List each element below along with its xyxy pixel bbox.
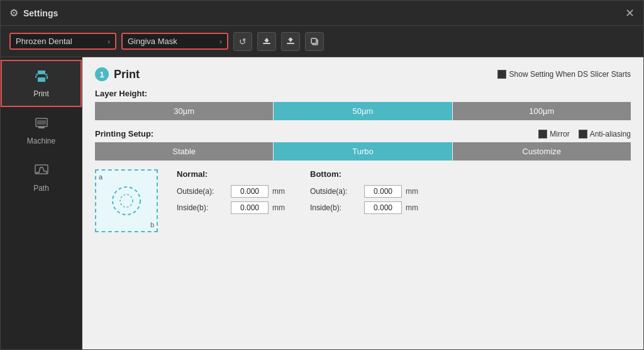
options-row: Mirror Anti-aliasing [538, 130, 631, 138]
printing-setup-label: Printing Setup: [95, 129, 153, 138]
import-button[interactable] [257, 32, 276, 51]
normal-inside-unit: mm [272, 203, 285, 212]
bottom-label: Bottom: [310, 169, 418, 179]
mirror-option[interactable]: Mirror [538, 130, 569, 138]
title-bar: ⚙ Settings ✕ [1, 1, 643, 26]
section-header: 1 Print Show Setting When DS Slicer Star… [95, 67, 631, 81]
bottom-outside-row: Outside(a): mm [310, 185, 418, 198]
printer-dropdown-value: Phrozen Dental [16, 37, 72, 46]
normal-outside-row: Outside(a): mm [177, 185, 285, 198]
diagram-label-b: b [150, 221, 154, 229]
bottom-inside-input[interactable] [364, 201, 402, 214]
profile-dropdown-value: Gingiva Mask [128, 37, 177, 46]
bottom-inside-label: Inside(b): [310, 203, 360, 212]
svg-point-10 [113, 187, 140, 215]
window-title: Settings [23, 8, 58, 18]
svg-rect-8 [37, 120, 46, 125]
mirror-checkbox[interactable] [538, 130, 547, 138]
bottom-inside-unit: mm [406, 203, 418, 212]
bottom-outside-input[interactable] [364, 185, 402, 198]
printer-dropdown[interactable]: Phrozen Dental › [9, 33, 116, 50]
svg-point-11 [120, 195, 133, 207]
normal-inside-label: Inside(b): [177, 203, 227, 212]
svg-marker-3 [288, 38, 293, 42]
turbo-button[interactable]: Turbo [274, 142, 452, 161]
sidebar-item-print[interactable]: Print [1, 60, 82, 107]
bottom-inside-row: Inside(b): mm [310, 201, 418, 214]
layer-height-group: 30µm 50µm 100µm [95, 102, 631, 120]
layer-height-label: Layer Height: [95, 89, 631, 98]
reset-button[interactable]: ↺ [233, 32, 252, 51]
section-number: 1 [95, 67, 109, 81]
layer-30-button[interactable]: 30µm [95, 102, 273, 120]
sidebar-path-label: Path [33, 184, 49, 193]
normal-label: Normal: [177, 169, 285, 179]
bottom-params: Bottom: Outside(a): mm Inside(b): mm [310, 169, 418, 232]
svg-marker-1 [264, 38, 269, 42]
path-icon [34, 163, 49, 181]
normal-inside-row: Inside(b): mm [177, 201, 285, 214]
profile-dropdown[interactable]: Gingiva Mask › [121, 33, 228, 50]
sidebar: Print Machine Path [1, 57, 82, 349]
show-setting-label: Show Setting When DS Slicer Starts [509, 70, 631, 79]
anti-aliasing-option[interactable]: Anti-aliasing [579, 130, 631, 138]
sidebar-item-machine[interactable]: Machine [1, 107, 82, 154]
normal-outside-input[interactable] [231, 185, 269, 198]
sidebar-item-path[interactable]: Path [1, 154, 82, 201]
toolbar: Phrozen Dental › Gingiva Mask › ↺ [1, 26, 643, 57]
customize-button[interactable]: Customize [453, 142, 631, 161]
section-title: Print [114, 68, 140, 81]
sidebar-print-label: Print [33, 89, 49, 98]
show-setting-row: Show Setting When DS Slicer Starts [497, 70, 631, 79]
section-title-group: 1 Print [95, 67, 140, 81]
layer-50-button[interactable]: 50µm [274, 102, 452, 120]
printing-setup-header: Printing Setup: Mirror Anti-aliasing [95, 129, 631, 138]
mirror-label: Mirror [550, 130, 569, 138]
export-button[interactable] [281, 32, 300, 51]
exposure-area: a b Normal: Outside(a): [95, 169, 631, 232]
printer-dropdown-arrow: › [108, 38, 110, 45]
machine-icon [34, 116, 49, 134]
stable-button[interactable]: Stable [95, 142, 273, 161]
normal-inside-input[interactable] [231, 201, 269, 214]
bottom-outside-label: Outside(a): [310, 187, 360, 196]
anti-aliasing-label: Anti-aliasing [590, 130, 631, 138]
normal-outside-unit: mm [272, 187, 285, 196]
settings-window: ⚙ Settings ✕ Phrozen Dental › Gingiva Ma… [0, 0, 644, 350]
profile-dropdown-arrow: › [219, 38, 222, 45]
svg-rect-2 [287, 43, 294, 44]
title-bar-left: ⚙ Settings [9, 7, 58, 19]
copy-button[interactable] [305, 32, 324, 51]
sidebar-machine-label: Machine [27, 137, 55, 145]
print-icon [34, 69, 49, 87]
content-panel: 1 Print Show Setting When DS Slicer Star… [82, 57, 643, 349]
main-area: Print Machine Path 1 Print [1, 57, 643, 349]
diagram-label-a: a [99, 173, 103, 181]
svg-rect-0 [263, 43, 270, 44]
anti-aliasing-checkbox[interactable] [579, 130, 587, 138]
svg-rect-7 [38, 127, 45, 128]
print-mode-group: Stable Turbo Customize [95, 142, 631, 161]
diagram-box: a b [95, 169, 158, 232]
show-setting-checkbox[interactable] [497, 70, 506, 79]
params-group: Normal: Outside(a): mm Inside(b): mm [177, 169, 418, 232]
close-button[interactable]: ✕ [625, 8, 635, 19]
bottom-outside-unit: mm [406, 187, 418, 196]
normal-outside-label: Outside(a): [177, 187, 227, 196]
layer-100-button[interactable]: 100µm [453, 102, 631, 120]
normal-params: Normal: Outside(a): mm Inside(b): mm [177, 169, 285, 232]
svg-rect-5 [311, 38, 316, 43]
settings-icon: ⚙ [9, 7, 18, 19]
